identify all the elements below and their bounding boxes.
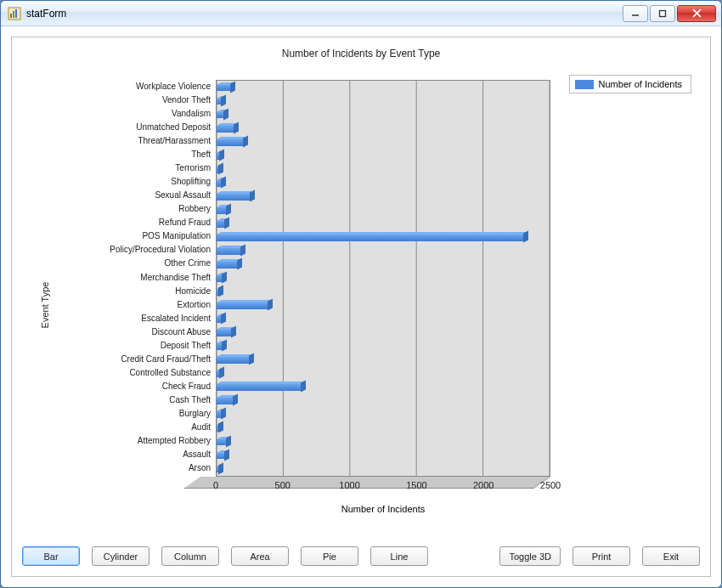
chart-bar <box>217 261 237 269</box>
category-label: Workplace Violence <box>136 82 211 91</box>
exit-button[interactable]: Exit <box>642 546 700 566</box>
chart-bar <box>217 139 243 146</box>
category-label: Cash Theft <box>169 396 211 404</box>
app-icon <box>8 7 21 20</box>
chart-bar <box>217 152 219 160</box>
chart-bar <box>217 84 230 92</box>
chart-area: Number of Incidents Event Type Workplace… <box>19 70 703 540</box>
chart-bar <box>217 438 226 446</box>
chart-bar <box>217 125 234 133</box>
category-label: Shoplifting <box>171 178 211 186</box>
category-label: Other Crime <box>165 259 211 268</box>
toggle-3d-button[interactable]: Toggle 3D <box>499 546 561 566</box>
category-label: Check Fraud <box>162 382 211 391</box>
category-label: Extortion <box>178 301 211 309</box>
category-labels: Workplace ViolenceVendor TheftVandalismU… <box>44 80 214 477</box>
category-label: Credit Card Fraud/Theft <box>121 355 211 364</box>
print-button[interactable]: Print <box>573 546 630 566</box>
chart-bar <box>217 111 223 119</box>
category-label: Escalated Incident <box>141 314 211 323</box>
chart-bar <box>217 274 222 282</box>
category-label: Terrorism <box>175 164 211 172</box>
category-label: Arson <box>189 464 211 472</box>
svg-rect-2 <box>13 11 14 18</box>
button-row: Bar Cylinder Column Area Pie Line Toggle… <box>19 540 703 568</box>
category-label: Discount Abuse <box>152 328 212 336</box>
chart-bar <box>217 247 240 255</box>
category-label: Attempted Robbery <box>138 437 211 445</box>
x-tick-label: 0 <box>213 480 218 490</box>
category-label: Refund Fraud <box>159 218 211 227</box>
chart-bar <box>217 220 224 228</box>
bar-button[interactable]: Bar <box>22 546 80 566</box>
maximize-button[interactable] <box>650 5 675 22</box>
category-label: Unmatched Deposit <box>136 123 211 132</box>
x-tick-label: 1000 <box>339 480 359 490</box>
chart-bar <box>217 424 218 432</box>
chart-bar <box>217 329 231 336</box>
gridlines <box>217 81 550 476</box>
category-label: Burglary <box>179 410 211 418</box>
x-tick-label: 500 <box>275 480 290 490</box>
cylinder-button[interactable]: Cylinder <box>92 546 149 566</box>
pie-button[interactable]: Pie <box>301 546 358 566</box>
x-tick-label: 2500 <box>540 480 561 490</box>
chart-bar <box>217 166 218 173</box>
x-axis-ticks: 05001000150020002500 <box>216 480 550 497</box>
chart-bar <box>217 302 268 309</box>
category-label: Policy/Procedural Violation <box>110 246 211 254</box>
chart-bar <box>217 383 301 391</box>
chart-bar <box>217 179 221 187</box>
category-label: Robbery <box>178 205 211 213</box>
legend-swatch <box>575 80 594 89</box>
window-controls <box>621 5 716 22</box>
plot-region <box>216 80 550 477</box>
area-button[interactable]: Area <box>231 546 289 566</box>
category-label: Vendor Theft <box>162 96 211 105</box>
category-label: Controlled Substance <box>129 369 211 377</box>
chart-bar <box>217 234 523 241</box>
category-label: Sexual Assault <box>155 191 211 200</box>
category-label: POS Manipulation <box>142 232 211 240</box>
category-label: Theft <box>191 150 211 159</box>
category-label: Homicide <box>175 287 211 296</box>
chart-bar <box>217 452 224 460</box>
column-button[interactable]: Column <box>161 546 219 566</box>
content-panel: Number of Incidents by Event Type Number… <box>11 37 711 577</box>
category-label: Vandalism <box>172 110 211 118</box>
chart-bar <box>217 315 221 323</box>
close-button[interactable] <box>677 5 716 22</box>
chart-title: Number of Incidents by Event Type <box>19 48 703 59</box>
x-axis-label: Number of Incidents <box>216 504 550 514</box>
plot-wall <box>216 80 550 477</box>
category-label: Audit <box>191 423 211 432</box>
chart-bar <box>217 410 221 418</box>
category-label: Merchandise Theft <box>140 274 211 282</box>
titlebar[interactable]: statForm <box>1 1 721 26</box>
chart-bar <box>217 193 250 201</box>
client-area: Number of Incidents by Event Type Number… <box>1 26 721 587</box>
minimize-button[interactable] <box>623 5 648 22</box>
svg-rect-5 <box>660 10 666 16</box>
category-label: Assault <box>183 450 211 459</box>
chart-bar <box>217 356 249 364</box>
chart-bar <box>217 206 226 214</box>
x-tick-label: 2000 <box>473 480 494 490</box>
chart-bar <box>217 466 218 473</box>
chart-bar <box>217 288 218 296</box>
legend-label: Number of Incidents <box>599 79 682 89</box>
chart-bar <box>217 397 233 404</box>
svg-rect-1 <box>10 14 12 18</box>
chart-bar <box>217 342 222 350</box>
chart-bar <box>217 370 219 377</box>
x-tick-label: 1500 <box>406 480 426 490</box>
chart-legend: Number of Incidents <box>569 75 691 93</box>
chart-bar <box>217 98 221 105</box>
category-label: Deposit Theft <box>161 342 211 350</box>
category-label: Threat/Harassment <box>138 137 211 145</box>
app-window: statForm Number of Incidents by Event Ty… <box>0 0 722 588</box>
line-button[interactable]: Line <box>370 546 428 566</box>
svg-rect-3 <box>15 9 17 18</box>
window-title: statForm <box>26 8 621 20</box>
